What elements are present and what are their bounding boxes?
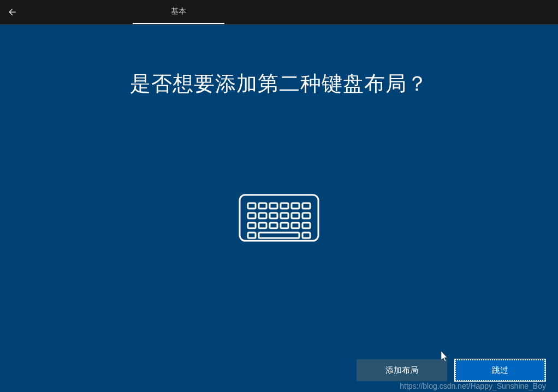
svg-rect-4 xyxy=(281,203,288,209)
svg-rect-15 xyxy=(270,223,277,228)
svg-rect-20 xyxy=(259,233,299,238)
svg-rect-10 xyxy=(281,213,288,218)
tab-label: 基本 xyxy=(171,7,186,16)
tab-area: 基本 xyxy=(133,0,224,24)
svg-rect-11 xyxy=(292,213,299,218)
svg-rect-3 xyxy=(270,203,277,209)
keyboard-icon xyxy=(238,193,320,245)
add-layout-label: 添加布局 xyxy=(385,365,418,376)
svg-rect-17 xyxy=(292,223,299,228)
watermark-text: https://blog.csdn.net/Happy_Sunshine_Boy xyxy=(400,382,546,390)
page-heading: 是否想要添加第二种键盘布局？ xyxy=(130,70,428,98)
svg-rect-14 xyxy=(259,223,266,228)
svg-rect-16 xyxy=(281,223,288,228)
svg-rect-9 xyxy=(270,213,277,218)
tab-basic[interactable]: 基本 xyxy=(133,0,224,24)
svg-rect-13 xyxy=(248,223,256,228)
titlebar: 基本 xyxy=(0,0,558,25)
svg-rect-2 xyxy=(259,203,266,209)
svg-rect-6 xyxy=(302,203,310,209)
svg-rect-18 xyxy=(302,223,310,228)
back-button[interactable] xyxy=(0,0,25,25)
main-content: 是否想要添加第二种键盘布局？ xyxy=(0,25,558,392)
button-row: 添加布局 跳过 xyxy=(357,359,545,381)
svg-rect-19 xyxy=(248,233,256,238)
svg-rect-1 xyxy=(248,203,256,209)
svg-rect-8 xyxy=(259,213,266,218)
svg-rect-21 xyxy=(302,233,310,238)
svg-rect-12 xyxy=(302,213,310,218)
skip-label: 跳过 xyxy=(492,365,508,376)
svg-rect-5 xyxy=(292,203,299,209)
skip-button[interactable]: 跳过 xyxy=(455,359,545,381)
arrow-left-icon xyxy=(7,7,18,17)
svg-rect-7 xyxy=(248,213,256,218)
add-layout-button[interactable]: 添加布局 xyxy=(357,359,447,381)
